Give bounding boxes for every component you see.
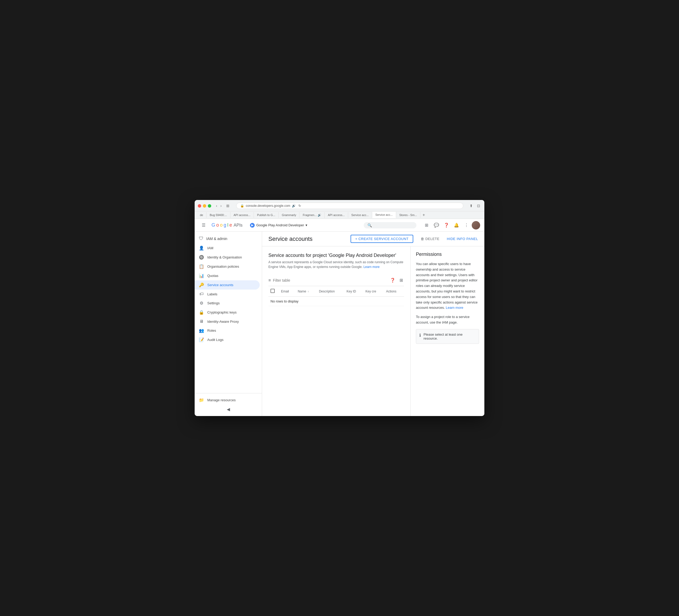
roles-icon: 👥	[199, 328, 204, 333]
page-title: Service accounts	[268, 236, 347, 242]
section-description: A service account represents a Google Cl…	[268, 260, 404, 269]
table-header-row: Email Name ↑ Description Key ID Key cre …	[268, 286, 404, 297]
hide-info-panel-button[interactable]: HIDE INFO PANEL	[447, 237, 478, 241]
new-tab-button[interactable]: +	[420, 211, 427, 219]
permissions-text-1: You can allow specific users to have own…	[416, 262, 478, 310]
sidebar-item-roles[interactable]: 👥 Roles	[195, 326, 260, 335]
search-input[interactable]	[374, 223, 406, 227]
more-menu-button[interactable]: ⋮	[462, 220, 471, 230]
browser-tab-service1[interactable]: Service acc...	[348, 212, 372, 218]
info-icon: ℹ	[419, 333, 421, 338]
sidebar-item-labels[interactable]: 🏷 Labels	[195, 289, 260, 299]
iam-icon: 👤	[199, 246, 204, 251]
browser-tab-grammarly[interactable]: Grammarly	[279, 212, 299, 218]
description-text: A service account represents a Google Cl…	[268, 260, 403, 269]
sound-icon: 🔊	[292, 204, 296, 208]
browser-tab-service2[interactable]: Service acc...	[372, 212, 396, 218]
manage-resources-item[interactable]: 📁 Manage resources	[195, 396, 262, 405]
filter-help-button[interactable]: ❓	[389, 277, 396, 284]
iap-icon: 🖥	[199, 319, 204, 324]
browser-tab-api2[interactable]: API access...	[325, 212, 348, 218]
permissions-title: Permissions	[416, 252, 479, 257]
columns-button[interactable]: ⊞	[398, 277, 404, 284]
sidebar-item-identity[interactable]: 🔘 Identity & Organisation	[195, 253, 260, 262]
browser-tab-api1[interactable]: API access...	[230, 212, 254, 218]
create-button-label: + CREATE SERVICE ACCOUNT	[355, 237, 409, 241]
logo-o-yellow: o	[220, 222, 223, 228]
forward-button[interactable]: ›	[219, 203, 223, 208]
sidebar-item-iam[interactable]: 👤 IAM	[195, 243, 260, 253]
sidebar-item-quotas[interactable]: 📊 Quotas	[195, 271, 260, 280]
new-tab-action[interactable]: ⊡	[476, 203, 481, 208]
sidebar-label-identity: Identity & Organisation	[207, 255, 242, 259]
project-selector[interactable]: ▶ Google Play Android Developer ▾	[248, 222, 310, 229]
sidebar-item-service-accounts[interactable]: 🔑 Service accounts	[195, 280, 260, 289]
browser-tab-publish[interactable]: Publish to G...	[254, 212, 279, 218]
browser-tab-stores[interactable]: Stores - Sm...	[396, 212, 420, 218]
browser-tab-bug[interactable]: Bug 59400:...	[206, 212, 230, 218]
help-icon-button[interactable]: ❓	[442, 220, 451, 230]
iam-shield-icon: 🛡	[199, 236, 203, 241]
labels-icon: 🏷	[199, 292, 204, 297]
refresh-icon[interactable]: ↻	[298, 204, 301, 208]
sidebar-collapse-button[interactable]: ◀	[195, 405, 262, 414]
sidebar-label-roles: Roles	[207, 329, 216, 333]
title-bar: ‹ › ⊞ 🔒 console.developers.google.com 🔊 …	[195, 200, 484, 211]
select-all-checkbox[interactable]	[270, 289, 275, 293]
data-table: Email Name ↑ Description Key ID Key cre …	[268, 286, 404, 306]
minimize-button[interactable]	[203, 204, 206, 208]
logo-g-blue: G	[212, 222, 215, 228]
create-service-account-button[interactable]: + CREATE SERVICE ACCOUNT	[351, 235, 414, 243]
sidebar-label-iap: Identity-Aware Proxy	[207, 319, 239, 324]
sidebar-label-service-accounts: Service accounts	[207, 283, 233, 287]
service-accounts-icon: 🔑	[199, 282, 204, 287]
back-button[interactable]: ‹	[215, 203, 218, 208]
learn-more-link[interactable]: Learn more	[363, 265, 380, 269]
logo-l-green: l	[227, 222, 228, 228]
manage-resources-label: Manage resources	[207, 398, 236, 402]
search-icon: 🔍	[367, 223, 372, 227]
sidebar-item-settings[interactable]: ⚙ Settings	[195, 299, 260, 308]
browser-actions: ⬆ ⊡	[468, 203, 481, 208]
table-header-description: Description	[317, 286, 345, 297]
notifications-button[interactable]: 🔔	[452, 220, 461, 230]
nav-buttons: ‹ ›	[215, 203, 223, 208]
sidebar-item-iap[interactable]: 🖥 Identity-Aware Proxy	[195, 317, 260, 326]
sidebar-nav: 👤 IAM 🔘 Identity & Organisation 📋 Organi…	[195, 243, 262, 393]
delete-button[interactable]: 🗑 DELETE	[416, 235, 444, 242]
main-layout: 🛡 IAM & admin 👤 IAM 🔘 Identity & Organis…	[195, 232, 484, 416]
no-rows-text: No rows to display	[268, 297, 404, 306]
sidebar: 🛡 IAM & admin 👤 IAM 🔘 Identity & Organis…	[195, 232, 262, 416]
permissions-paragraph2: To assign a project role to a service ac…	[416, 314, 479, 326]
table-header-name[interactable]: Name ↑	[295, 286, 317, 297]
browser-tab-de[interactable]: de	[197, 212, 206, 218]
close-button[interactable]	[198, 204, 201, 208]
main-content: Service accounts for project 'Google Pla…	[262, 246, 411, 416]
addr-icons: 🔊 ↻	[292, 204, 301, 208]
apps-icon-button[interactable]: ⊞	[422, 220, 431, 230]
sidebar-item-audit-logs[interactable]: 📝 Audit Logs	[195, 335, 260, 344]
table-empty-row: No rows to display	[268, 297, 404, 306]
address-bar[interactable]: 🔒 console.developers.google.com 🔊 ↻	[236, 203, 463, 209]
filter-input[interactable]	[273, 278, 387, 282]
table-header-keyid: Key ID	[345, 286, 363, 297]
audit-icon: 📝	[199, 337, 204, 342]
project-dot: ▶	[250, 223, 255, 228]
maximize-button[interactable]	[208, 204, 211, 208]
tab-view-button[interactable]: ⊞	[225, 203, 231, 208]
content-body: Service accounts for project 'Google Pla…	[262, 246, 484, 416]
user-avatar[interactable]	[472, 221, 480, 229]
content-header: Service accounts + CREATE SERVICE ACCOUN…	[262, 232, 484, 246]
sidebar-item-org-policies[interactable]: 📋 Organisation policies	[195, 262, 260, 271]
share-button[interactable]: ⬆	[468, 203, 474, 208]
sidebar-label-audit: Audit Logs	[207, 338, 223, 342]
header-search[interactable]: 🔍	[364, 222, 416, 228]
hamburger-menu[interactable]: ☰	[199, 220, 208, 230]
table-header-checkbox	[268, 286, 279, 297]
quotas-icon: 📊	[199, 273, 204, 278]
browser-tab-fragmen[interactable]: Fragmen... 🔊	[299, 212, 324, 218]
chat-icon-button[interactable]: 💬	[432, 220, 441, 230]
sidebar-item-crypto-keys[interactable]: 🔒 Cryptographic keys	[195, 308, 260, 317]
sidebar-label-quotas: Quotas	[207, 274, 218, 278]
permissions-learn-more[interactable]: Learn more	[446, 306, 463, 310]
